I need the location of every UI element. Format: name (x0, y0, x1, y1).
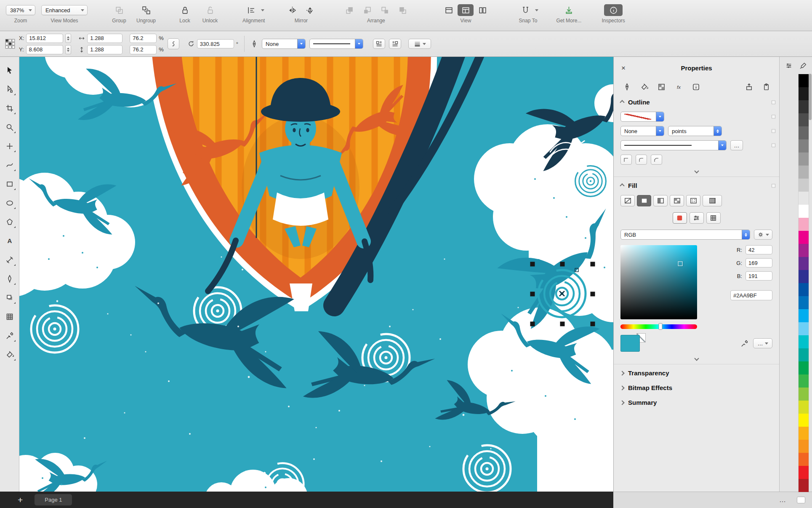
group-button[interactable] (111, 4, 127, 16)
chevron-down-icon[interactable] (261, 9, 264, 11)
scale-width-input[interactable] (130, 34, 157, 43)
inspectors-button[interactable] (604, 4, 623, 16)
palette-options-icon[interactable] (797, 497, 805, 503)
palette-swatch[interactable] (799, 283, 809, 296)
transparency-section-header[interactable]: Transparency (614, 366, 779, 380)
outline-units-select[interactable]: points (668, 126, 722, 136)
view-normal-button[interactable] (458, 4, 474, 16)
palette-swatch[interactable] (799, 479, 809, 492)
palette-swatch[interactable] (799, 126, 809, 139)
zoom-tool[interactable] (2, 119, 17, 136)
hex-input[interactable] (730, 290, 772, 300)
uniform-fill-button[interactable] (637, 195, 651, 206)
tab-fill[interactable] (639, 82, 650, 92)
palette-swatch[interactable] (799, 309, 809, 322)
palette-swatch[interactable] (799, 270, 809, 283)
color-viewer-button[interactable] (673, 212, 687, 224)
link-box[interactable] (772, 129, 775, 133)
page-tab[interactable]: Page 1 (35, 494, 72, 505)
bevel-corner-button[interactable] (651, 155, 662, 165)
palette-swatch[interactable] (799, 179, 809, 192)
y-position-input[interactable] (26, 45, 63, 54)
to-back-button[interactable] (394, 4, 410, 16)
texture-fill-button[interactable] (686, 195, 700, 206)
outline-settings-combo[interactable] (408, 39, 431, 49)
view-modes-select[interactable]: Enhanced (41, 5, 88, 15)
freehand-tool[interactable] (2, 138, 17, 155)
y-stepper[interactable] (65, 45, 71, 54)
x-stepper[interactable] (65, 34, 71, 43)
color-sliders-button[interactable] (690, 212, 704, 224)
current-color-swatch[interactable] (620, 335, 640, 352)
text-flow-button[interactable] (389, 39, 401, 49)
link-box[interactable] (772, 100, 775, 104)
dimension-tool[interactable] (2, 251, 17, 268)
palette-swatch[interactable] (799, 361, 809, 374)
ellipse-tool[interactable] (2, 195, 17, 211)
clipboard-button[interactable] (761, 82, 772, 92)
fill-collapse[interactable] (614, 354, 779, 363)
mirror-vertical-button[interactable] (302, 4, 318, 16)
outline-width-select[interactable]: None (262, 39, 306, 49)
lock-button[interactable] (177, 4, 193, 16)
view-split-button[interactable] (474, 4, 490, 16)
hue-slider[interactable] (620, 324, 697, 329)
canvas[interactable] (19, 57, 613, 492)
more-options-icon[interactable]: … (779, 496, 787, 504)
interactive-fill-tool[interactable] (2, 346, 17, 363)
palette-swatch[interactable] (799, 374, 809, 388)
artwork-svg[interactable] (19, 57, 613, 492)
postscript-fill-button[interactable] (703, 195, 722, 206)
palette-swatch[interactable] (799, 113, 809, 126)
chevron-down-icon[interactable] (535, 9, 538, 11)
color-model-select[interactable]: RGB (620, 230, 750, 240)
no-fill-button[interactable] (620, 195, 635, 206)
brush-icon[interactable] (799, 62, 807, 70)
scale-height-input[interactable] (130, 45, 157, 54)
text-tool[interactable]: A (2, 233, 17, 249)
x-position-input[interactable] (26, 34, 63, 43)
palette-swatch[interactable] (799, 87, 809, 100)
outline-preset-select[interactable] (620, 112, 664, 122)
unlock-button[interactable] (202, 4, 218, 16)
anchor-point-grid[interactable] (5, 39, 15, 49)
palette-swatch[interactable] (799, 231, 809, 244)
color-palettes-button[interactable] (706, 212, 721, 224)
fill-section-header[interactable]: Fill (614, 178, 779, 193)
palette-swatch[interactable] (799, 296, 809, 309)
tab-summary[interactable] (690, 82, 701, 92)
palette-scrollbar[interactable] (809, 74, 812, 120)
tab-effects[interactable]: fx (673, 82, 684, 92)
zoom-select[interactable]: 387% (6, 5, 35, 15)
palette-swatch[interactable] (799, 335, 809, 348)
drop-shadow-tool[interactable] (2, 289, 17, 306)
palette-swatch[interactable] (799, 414, 809, 427)
palette-swatch[interactable] (799, 453, 809, 466)
artistic-media-tool[interactable] (2, 157, 17, 174)
crop-tool[interactable] (2, 100, 17, 117)
export-button[interactable] (743, 82, 754, 92)
rectangle-tool[interactable] (2, 176, 17, 193)
outline-line-style-select[interactable] (620, 140, 727, 150)
shape-tool[interactable] (2, 81, 17, 98)
eyedropper-tool[interactable] (2, 327, 17, 344)
tune-icon[interactable] (785, 62, 793, 70)
miter-corner-button[interactable] (620, 155, 632, 165)
link-box[interactable] (772, 115, 775, 119)
view-fullscreen-button[interactable] (441, 4, 457, 16)
pen-tool[interactable] (2, 270, 17, 287)
outline-style-select[interactable] (309, 39, 363, 49)
wrap-text-button[interactable] (373, 39, 385, 49)
forward-one-button[interactable] (359, 4, 375, 16)
link-box[interactable] (772, 144, 775, 147)
color-options-button[interactable] (754, 230, 772, 240)
palette-swatch[interactable] (799, 348, 809, 361)
snap-to-button[interactable] (517, 4, 533, 16)
eyedropper-button[interactable] (739, 338, 750, 348)
tab-transparency[interactable] (656, 82, 667, 92)
to-front-button[interactable] (341, 4, 357, 16)
palette-swatch[interactable] (799, 466, 809, 479)
palette-swatch[interactable] (799, 244, 809, 257)
close-icon[interactable]: × (621, 64, 626, 72)
outline-section-header[interactable]: Outline (614, 95, 779, 110)
